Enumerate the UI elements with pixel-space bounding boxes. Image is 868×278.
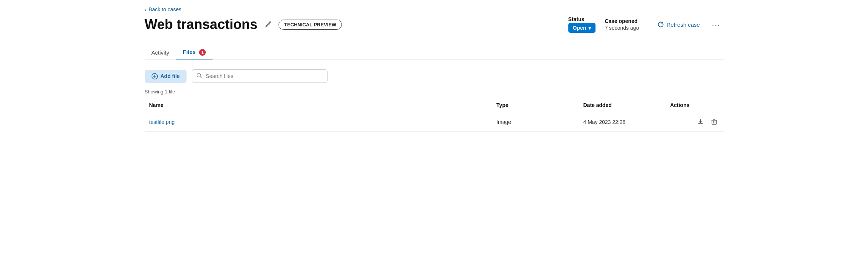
pencil-icon [264,21,272,28]
plus-circle-icon [152,73,158,79]
refresh-case-button[interactable]: Refresh case [657,21,700,28]
add-file-label: Add file [161,73,180,79]
file-name-link[interactable]: testfile.png [149,119,175,125]
showing-count: Showing 1 file [145,89,724,95]
col-header-actions: Actions [666,98,724,112]
col-header-type: Type [492,98,579,112]
search-container [192,69,328,83]
delete-file-button[interactable] [709,118,719,126]
header-left: Web transactions TECHNICAL PREVIEW [145,17,342,32]
refresh-case-label: Refresh case [666,21,700,28]
chevron-left-icon: ‹ [145,6,147,12]
status-value: Open [573,25,586,31]
refresh-icon [657,21,664,28]
add-file-button[interactable]: Add file [145,70,187,83]
files-table: Name Type Date added Actions testfile.pn… [145,98,724,132]
status-section: Status Open ▾ [568,16,596,33]
page-title: Web transactions [145,17,257,32]
tab-files[interactable]: Files 1 [176,46,213,60]
table-row: testfile.png Image 4 May 2023 22:28 [145,112,724,132]
files-toolbar: Add file [145,69,724,83]
download-icon [697,119,704,125]
file-actions-cell [670,118,719,126]
col-header-date-added: Date added [579,98,666,112]
back-to-cases-label: Back to cases [148,6,181,12]
header-row: Web transactions TECHNICAL PREVIEW Statu… [145,15,724,34]
edit-title-button[interactable] [263,19,273,30]
col-header-name: Name [145,98,492,112]
svg-rect-5 [712,120,716,124]
tab-files-label: Files [183,49,196,55]
technical-preview-badge: TECHNICAL PREVIEW [279,20,342,30]
chevron-down-icon: ▾ [588,25,591,31]
tab-activity-label: Activity [152,49,170,56]
tab-activity[interactable]: Activity [145,46,176,60]
tabs-row: Activity Files 1 [145,46,724,60]
case-opened-time: 7 seconds ago [605,25,639,31]
status-open-button[interactable]: Open ▾ [568,23,596,33]
vertical-divider [648,15,648,34]
files-count-badge: 1 [199,49,206,56]
case-opened-label: Case opened [605,18,637,24]
more-options-button[interactable]: ··· [709,19,724,31]
header-right: Status Open ▾ Case opened 7 seconds ago … [568,15,724,34]
trash-icon [711,119,717,125]
table-header-row: Name Type Date added Actions [145,98,724,112]
file-type: Image [492,112,579,132]
case-opened-section: Case opened 7 seconds ago [605,18,639,31]
status-label: Status [568,16,585,22]
download-file-button[interactable] [695,118,706,126]
file-date-added: 4 May 2023 22:28 [579,112,666,132]
back-to-cases-link[interactable]: ‹ Back to cases [145,6,182,12]
more-options-icon: ··· [712,20,721,29]
search-files-input[interactable] [192,69,328,83]
